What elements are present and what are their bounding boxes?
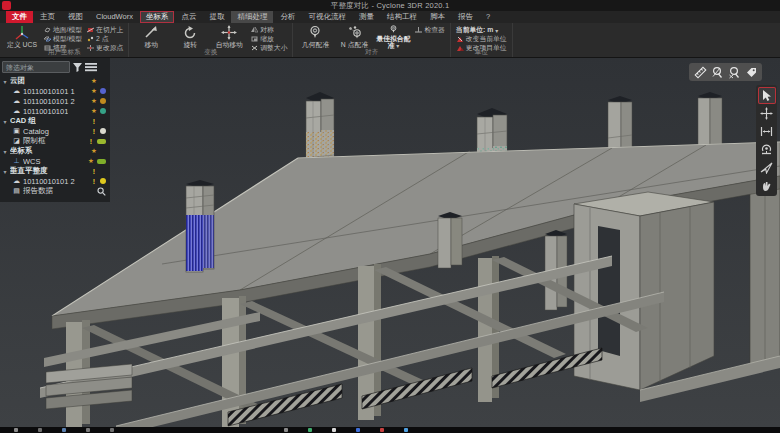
- tree-item-cloud-1[interactable]: ☁ 10110010101 1 ★: [2, 86, 108, 96]
- tree-item-wcs[interactable]: ⊥ WCS ★: [2, 156, 108, 166]
- taskbar-icon[interactable]: [62, 428, 66, 432]
- visible-star-icon[interactable]: ★: [87, 157, 95, 165]
- tab-fine-processing[interactable]: 精细处理: [231, 11, 273, 23]
- color-chip: [100, 88, 106, 94]
- scale-item[interactable]: 缩放: [251, 35, 287, 43]
- tree-item-report-data[interactable]: ▤ 报告数据: [2, 186, 108, 196]
- stacked-beams: [46, 364, 132, 409]
- tab-home[interactable]: 主页: [34, 11, 61, 23]
- status-exclamation-icon[interactable]: !: [90, 168, 98, 175]
- tab-visual-workflow[interactable]: 可视化流程: [302, 11, 352, 23]
- unit-caret-icon: ▾: [495, 27, 498, 34]
- visible-star-icon[interactable]: ★: [90, 87, 98, 95]
- ribbon-group-ucs: 定义 UCS 地面/模型 模型/模型 墙壁 在切片上 2 点: [0, 23, 129, 57]
- magnifier-icon[interactable]: [97, 187, 106, 196]
- tab-cloudworx[interactable]: CloudWorx: [90, 11, 139, 23]
- tab-view[interactable]: 视图: [62, 11, 89, 23]
- tab-script[interactable]: 脚本: [424, 11, 451, 23]
- cloud-icon: ☁: [12, 97, 21, 105]
- tree-group-clouds[interactable]: ▾ 云团 ★: [2, 76, 108, 86]
- panel-menu-icon[interactable]: [85, 62, 97, 72]
- pin-slash-icon[interactable]: [710, 65, 724, 79]
- color-chip: [100, 98, 106, 104]
- expander-icon[interactable]: ▾: [2, 118, 8, 125]
- taskbar-icon[interactable]: [284, 428, 288, 432]
- expander-icon[interactable]: ▾: [2, 168, 8, 175]
- tab-clouds[interactable]: 点云: [175, 11, 202, 23]
- view-toolbar: [756, 85, 777, 196]
- fit-view-icon[interactable]: [758, 123, 776, 140]
- tree-item-catalog[interactable]: ▣ Catalog !: [2, 126, 108, 136]
- ground-model-item[interactable]: 地面/模型: [44, 26, 82, 34]
- plane-icon: [44, 27, 51, 33]
- axis-icon: ⊥: [12, 157, 21, 165]
- slice-icon: [87, 27, 94, 33]
- pin-x-icon[interactable]: [727, 65, 741, 79]
- filter-funnel-icon[interactable]: [72, 62, 83, 73]
- mirror-item[interactable]: 对称: [251, 26, 287, 34]
- translate-button[interactable]: 移动: [134, 25, 168, 49]
- define-ucs-button[interactable]: 定义 UCS: [5, 25, 39, 49]
- tree-item-cloud-2[interactable]: ☁ 10110010101 2 ★: [2, 96, 108, 106]
- tab-file[interactable]: 文件: [6, 11, 33, 23]
- orbit-camera-icon[interactable]: [758, 141, 776, 158]
- select-cursor-icon[interactable]: [758, 87, 776, 104]
- filter-objects-input[interactable]: 筛选对象: [2, 61, 70, 73]
- on-slice-item[interactable]: 在切片上: [87, 26, 123, 34]
- tab-help[interactable]: ?: [480, 11, 496, 23]
- expander-icon[interactable]: ▾: [2, 148, 8, 155]
- tree-item-cloud-3[interactable]: ☁ 10110010101 ★: [2, 106, 108, 116]
- visible-star-icon[interactable]: ★: [90, 97, 98, 105]
- cloud-icon: ☁: [12, 177, 21, 185]
- hand-tool-icon[interactable]: [758, 177, 776, 194]
- current-unit-selector[interactable]: 当前单位: m▾: [456, 26, 507, 34]
- tab-extract[interactable]: 提取: [203, 11, 230, 23]
- label-tag-icon[interactable]: [744, 65, 758, 79]
- tab-analysis[interactable]: 分析: [274, 11, 301, 23]
- tab-survey[interactable]: 测量: [353, 11, 380, 23]
- viewport-3d[interactable]: [0, 58, 780, 427]
- geometric-registration-button[interactable]: 几何配准: [298, 25, 332, 49]
- taskbar-icon[interactable]: [332, 428, 336, 432]
- expander-icon[interactable]: ▾: [2, 78, 8, 85]
- taskbar-icon[interactable]: [404, 428, 408, 432]
- window-title: 平整度对比 - Cyclone 3DR 2020.1: [331, 1, 450, 11]
- status-exclamation-icon[interactable]: !: [90, 178, 98, 185]
- windows-taskbar[interactable]: [0, 427, 780, 433]
- tree-item-flatness-cloud[interactable]: ☁ 10110010101 2 !: [2, 176, 108, 186]
- best-fit-registration-button[interactable]: 最佳拟合配准 ▾: [376, 25, 410, 49]
- n-point-registration-button[interactable]: N 点配准: [337, 25, 371, 49]
- inspector-item[interactable]: 检查器: [415, 26, 444, 34]
- taskbar-icon[interactable]: [308, 428, 312, 432]
- auto-move-button[interactable]: 自动移动: [212, 25, 246, 49]
- taskbar-icon[interactable]: [110, 428, 114, 432]
- status-exclamation-icon[interactable]: !: [90, 118, 98, 125]
- taskbar-icon[interactable]: [14, 428, 18, 432]
- taskbar-icon[interactable]: [356, 428, 360, 432]
- ribbon-group-transform: 移动 旋转 自动移动 对称: [129, 23, 293, 57]
- status-exclamation-icon[interactable]: !: [90, 128, 98, 135]
- visible-star-icon[interactable]: ★: [90, 107, 98, 115]
- tree-group-ucs[interactable]: ▾ 坐标系 ★: [2, 146, 108, 156]
- two-points-item[interactable]: 2 点: [87, 35, 123, 43]
- ruler-icon[interactable]: [693, 65, 707, 79]
- two-planes-icon: [44, 36, 51, 42]
- model-model-item[interactable]: 模型/模型: [44, 35, 82, 43]
- visible-star-icon[interactable]: ★: [90, 147, 98, 155]
- fly-navigate-icon[interactable]: [758, 159, 776, 176]
- tree-group-flatness[interactable]: ▾ 垂直平整度 !: [2, 166, 108, 176]
- rotate-button[interactable]: 旋转: [173, 25, 207, 49]
- status-exclamation-icon[interactable]: !: [87, 138, 95, 145]
- taskbar-icon[interactable]: [86, 428, 90, 432]
- change-current-unit-item[interactable]: 改变当前单位: [456, 35, 507, 43]
- visible-star-icon[interactable]: ★: [90, 77, 98, 85]
- tab-ucs[interactable]: 坐标系: [140, 11, 175, 23]
- tab-report[interactable]: 报告: [452, 11, 479, 23]
- taskbar-icon[interactable]: [380, 428, 384, 432]
- taskbar-icon[interactable]: [38, 428, 42, 432]
- pan-move-icon[interactable]: [758, 105, 776, 122]
- tree-group-cad[interactable]: ▾ CAD 组 !: [2, 116, 108, 126]
- app-icon[interactable]: [2, 1, 11, 10]
- tab-construction[interactable]: 结构工程: [381, 11, 423, 23]
- tree-item-limit-box[interactable]: ◪ 限制框 !: [2, 136, 108, 146]
